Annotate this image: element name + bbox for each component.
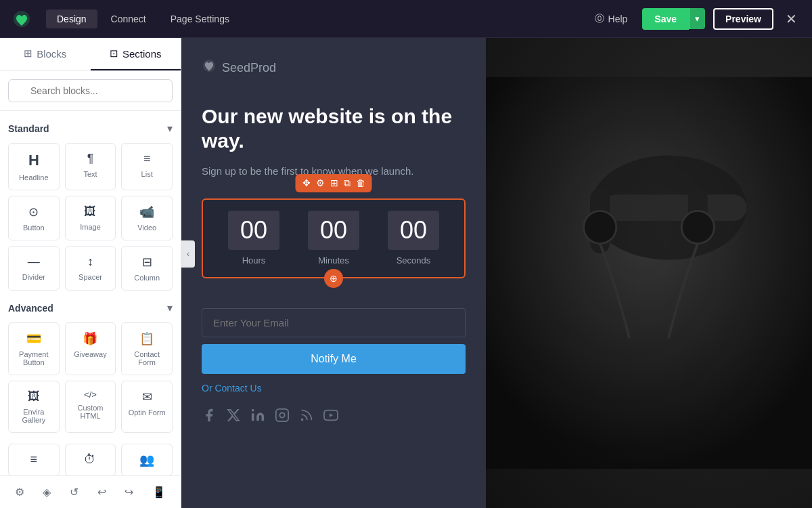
youtube-icon[interactable] bbox=[323, 408, 338, 426]
block-list[interactable]: ≡ List bbox=[121, 143, 173, 190]
block-extra-2[interactable]: ⏱ bbox=[65, 444, 116, 475]
block-payment[interactable]: 💳 Payment Button bbox=[8, 322, 60, 375]
block-contact-form[interactable]: 📋 Contact Form bbox=[121, 322, 173, 375]
contact-link[interactable]: Or Contact Us bbox=[202, 383, 262, 394]
block-label: Payment Button bbox=[13, 350, 55, 366]
standard-section-header: Standard ▾ bbox=[8, 122, 173, 135]
countdown-block[interactable]: 00 Hours 00 Minutes 00 Seconds bbox=[202, 198, 466, 278]
seedprod-logo-text: SeedProd bbox=[222, 61, 276, 75]
block-column[interactable]: ⊟ Column bbox=[121, 246, 173, 291]
block-label: Image bbox=[80, 223, 101, 231]
tab-blocks[interactable]: ⊞ Blocks bbox=[0, 38, 91, 70]
close-button[interactable]: ✕ bbox=[782, 7, 801, 31]
countdown-seconds: 00 Seconds bbox=[388, 211, 439, 266]
facebook-icon[interactable] bbox=[202, 408, 217, 426]
block-divider[interactable]: — Divider bbox=[8, 246, 60, 291]
sidebar-collapse-button[interactable]: ‹ bbox=[181, 240, 195, 268]
layers-icon-btn[interactable]: ◈ bbox=[37, 480, 56, 504]
block-extra-3[interactable]: 👥 bbox=[121, 444, 173, 475]
extra-blocks-grid: ≡ ⏱ 👥 bbox=[8, 444, 173, 475]
spacer-icon: ↕ bbox=[87, 255, 93, 269]
seedprod-logo-icon bbox=[202, 58, 217, 77]
sidebar: ⊞ Blocks ⊡ Sections 🔍 Standard ▾ H bbox=[0, 38, 181, 508]
email-input[interactable] bbox=[202, 308, 466, 337]
standard-toggle[interactable]: ▾ bbox=[167, 122, 173, 135]
search-area: 🔍 bbox=[0, 71, 181, 111]
copy-icon[interactable]: ⧉ bbox=[344, 177, 351, 189]
move-icon[interactable]: ✥ bbox=[302, 177, 311, 188]
block-label: Headline bbox=[19, 173, 48, 182]
sections-icon: ⊡ bbox=[110, 47, 118, 60]
rss-icon[interactable] bbox=[299, 408, 314, 426]
block-label: Divider bbox=[22, 273, 45, 281]
extra-icon-3: 👥 bbox=[139, 452, 154, 467]
mobile-icon-btn[interactable]: 📱 bbox=[147, 480, 171, 504]
block-spacer[interactable]: ↕ Spacer bbox=[65, 246, 116, 291]
block-video[interactable]: 📹 Video bbox=[121, 196, 173, 240]
block-image[interactable]: 🖼 Image bbox=[65, 196, 116, 240]
block-label: Button bbox=[23, 224, 45, 232]
countdown-center-icon[interactable]: ⊕ bbox=[324, 269, 343, 288]
nav-tab-connect[interactable]: Connect bbox=[100, 9, 157, 28]
block-extra-1[interactable]: ≡ bbox=[8, 444, 60, 475]
countdown-toolbar: ✥ ⚙ ⊞ ⧉ 🗑 bbox=[296, 174, 372, 192]
extra-icon-2: ⏱ bbox=[84, 452, 96, 467]
extra-icon-1: ≡ bbox=[30, 452, 38, 467]
nav-tab-page-settings[interactable]: Page Settings bbox=[160, 9, 240, 28]
tab-sections[interactable]: ⊡ Sections bbox=[91, 38, 181, 70]
advanced-section-header: Advanced ▾ bbox=[8, 301, 173, 314]
payment-icon: 💳 bbox=[26, 331, 41, 346]
hours-number: 00 bbox=[228, 211, 279, 250]
settings-icon[interactable]: ⚙ bbox=[316, 177, 325, 188]
settings-icon-btn[interactable]: ⚙ bbox=[9, 480, 30, 504]
help-icon: ⓪ bbox=[595, 13, 604, 25]
notify-button[interactable]: Notify Me bbox=[202, 344, 466, 374]
save-button[interactable]: Save bbox=[642, 8, 689, 30]
svg-rect-7 bbox=[604, 194, 747, 221]
nav-tabs: Design Connect Page Settings bbox=[46, 9, 588, 28]
undo-icon-btn[interactable]: ↩ bbox=[92, 480, 112, 504]
countdown-minutes: 00 Minutes bbox=[308, 211, 359, 266]
minutes-label: Minutes bbox=[318, 255, 349, 266]
block-text[interactable]: ¶ Text bbox=[65, 143, 116, 190]
block-giveaway[interactable]: 🎁 Giveaway bbox=[65, 322, 116, 375]
twitter-x-icon[interactable] bbox=[226, 408, 241, 426]
main-layout: ⊞ Blocks ⊡ Sections 🔍 Standard ▾ H bbox=[0, 38, 812, 508]
advanced-toggle[interactable]: ▾ bbox=[167, 301, 173, 314]
redo-icon-btn[interactable]: ↪ bbox=[119, 480, 139, 504]
standard-label: Standard bbox=[8, 123, 49, 134]
list-icon: ≡ bbox=[143, 152, 151, 166]
svg-marker-4 bbox=[330, 413, 333, 417]
sidebar-tabs: ⊞ Blocks ⊡ Sections bbox=[0, 38, 181, 71]
block-label: Contact Form bbox=[126, 350, 168, 366]
block-gallery[interactable]: 🖼 Envira Gallery bbox=[8, 381, 60, 433]
preview-button[interactable]: Preview bbox=[713, 8, 773, 30]
top-navbar: Design Connect Page Settings ⓪ Help Save… bbox=[0, 0, 812, 38]
block-headline[interactable]: H Headline bbox=[8, 143, 60, 190]
nav-logo bbox=[11, 8, 32, 30]
delete-icon[interactable]: 🗑 bbox=[356, 177, 365, 188]
block-button[interactable]: ⊙ Button bbox=[8, 196, 60, 240]
standard-blocks-grid: H Headline ¶ Text ≡ List ⊙ Button 🖼 I bbox=[8, 143, 173, 291]
history-icon-btn[interactable]: ↺ bbox=[64, 480, 84, 504]
nav-tab-design[interactable]: Design bbox=[46, 9, 97, 28]
svg-rect-1 bbox=[276, 408, 288, 421]
linkedin-icon[interactable] bbox=[250, 408, 265, 426]
headline-icon: H bbox=[28, 152, 39, 169]
instagram-icon[interactable] bbox=[275, 408, 290, 426]
template-icon[interactable]: ⊞ bbox=[330, 177, 338, 188]
block-label: List bbox=[141, 170, 153, 178]
search-input[interactable] bbox=[8, 79, 173, 102]
save-dropdown-button[interactable]: ▾ bbox=[689, 8, 705, 29]
seconds-label: Seconds bbox=[397, 255, 431, 266]
text-icon: ¶ bbox=[87, 152, 94, 166]
nav-right: ⓪ Help Save ▾ Preview ✕ bbox=[588, 7, 801, 31]
block-custom-html[interactable]: </> Custom HTML bbox=[65, 381, 116, 433]
bottom-toolbar: ⚙ ◈ ↺ ↩ ↪ 📱 bbox=[0, 475, 181, 508]
bike-visual bbox=[486, 38, 812, 508]
block-optin[interactable]: ✉ Optin Form bbox=[121, 381, 173, 433]
bike-background bbox=[486, 38, 812, 508]
help-button[interactable]: ⓪ Help bbox=[588, 9, 635, 29]
countdown-hours: 00 Hours bbox=[228, 211, 279, 266]
page-content-panel: SeedProd Our new website is on the way. … bbox=[181, 38, 486, 508]
